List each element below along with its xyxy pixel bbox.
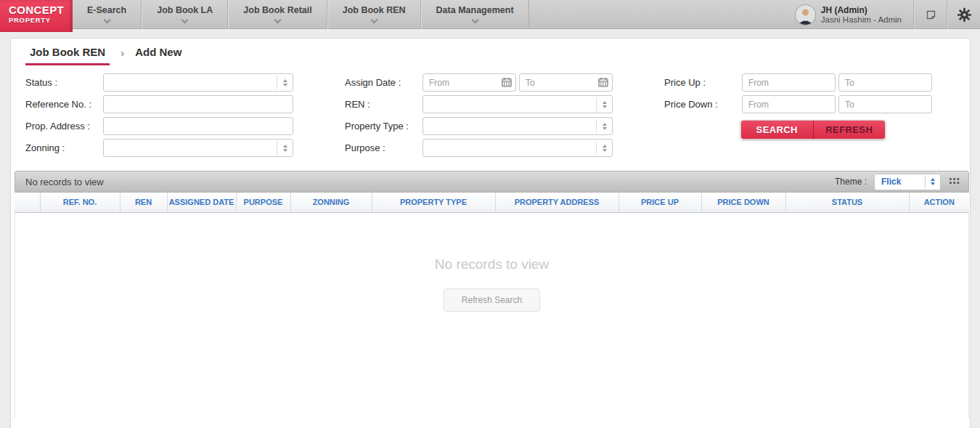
- theme-select[interactable]: Flick: [874, 174, 941, 190]
- refresh-button[interactable]: REFRESH: [814, 121, 886, 139]
- status-select[interactable]: [103, 73, 293, 92]
- settings-button[interactable]: [948, 0, 980, 29]
- page-background: Job Book REN › Add New Status : Referenc…: [0, 29, 980, 428]
- grid-header: REF. NO. REN ASSIGNED DATE PURPOSE ZONNI…: [15, 193, 969, 213]
- notes-button[interactable]: [915, 0, 947, 29]
- grid-caption-text: No records to view: [25, 177, 104, 187]
- search-button[interactable]: SEARCH: [741, 121, 814, 139]
- col-header-row-select: [15, 193, 40, 212]
- empty-state-text: No records to view: [15, 213, 968, 272]
- select-spinner-icon: [596, 119, 612, 133]
- nav-item-label: Job Book LA: [157, 5, 213, 15]
- col-header-zonning[interactable]: ZONNING: [290, 193, 372, 212]
- property-type-select[interactable]: [422, 117, 613, 135]
- brand-logo[interactable]: CONCEPT PROPERTY: [0, 0, 73, 32]
- col-header-action[interactable]: ACTION: [909, 193, 969, 212]
- user-menu[interactable]: JH (Admin) Jasni Hashim - Admin: [784, 0, 913, 29]
- ren-label: REN :: [345, 99, 422, 110]
- nav-item-label: E-Search: [87, 5, 126, 15]
- note-icon: [925, 9, 937, 21]
- price-down-from-input[interactable]: [742, 95, 836, 113]
- price-down-to-input[interactable]: [838, 95, 932, 113]
- zonning-label: Zonning :: [25, 142, 103, 153]
- col-header-price-up[interactable]: PRICE UP: [618, 193, 701, 212]
- nav-item-job-book-la[interactable]: Job Book LA: [142, 0, 228, 29]
- calendar-icon[interactable]: [502, 77, 512, 90]
- form-actions: SEARCH REFRESH: [740, 120, 886, 140]
- main-nav: E-Search Job Book LA Job Book Retail Job…: [73, 0, 529, 29]
- results-grid: No records to view Theme : Flick: [15, 171, 969, 418]
- col-header-status[interactable]: STATUS: [785, 193, 909, 212]
- price-down-label: Price Down :: [664, 99, 742, 110]
- form-column-3: Price Up : Price Down :: [664, 73, 932, 161]
- brand-name: CONCEPT: [9, 4, 67, 16]
- reference-no-input[interactable]: [103, 95, 293, 113]
- col-header-ren[interactable]: REN: [120, 193, 167, 212]
- price-up-label: Price Up :: [664, 77, 742, 88]
- form-column-1: Status : Reference No. : Prop. Address :…: [25, 73, 293, 161]
- prop-address-label: Prop. Address :: [25, 121, 103, 132]
- theme-value: Flick: [881, 177, 901, 187]
- breadcrumb: Job Book REN › Add New: [11, 39, 970, 66]
- breadcrumb-add-new[interactable]: Add New: [135, 46, 181, 58]
- nav-item-label: Job Book Retail: [243, 5, 311, 15]
- grid-caption-bar: No records to view Theme : Flick: [15, 171, 969, 193]
- refresh-search-button[interactable]: Refresh Search: [444, 288, 540, 312]
- topbar-right: JH (Admin) Jasni Hashim - Admin: [784, 0, 980, 29]
- avatar: [796, 5, 815, 25]
- select-spinner-icon: [277, 76, 293, 89]
- col-header-purpose[interactable]: PURPOSE: [236, 193, 290, 212]
- nav-item-data-management[interactable]: Data Management: [421, 0, 529, 29]
- ren-select[interactable]: [422, 95, 613, 113]
- calendar-icon[interactable]: [598, 77, 608, 90]
- breadcrumb-separator-icon: ›: [121, 47, 124, 59]
- nav-item-job-book-ren[interactable]: Job Book REN: [327, 0, 421, 29]
- search-form: Status : Reference No. : Prop. Address :…: [11, 66, 970, 166]
- top-nav-bar: CONCEPT PROPERTY E-Search Job Book LA Jo…: [0, 0, 980, 29]
- user-text: JH (Admin) Jasni Hashim - Admin: [821, 5, 902, 25]
- brand-subname: PROPERTY: [9, 16, 67, 24]
- purpose-select[interactable]: [422, 139, 613, 157]
- reference-no-label: Reference No. :: [25, 99, 103, 110]
- assign-date-from-field: [422, 73, 516, 92]
- assign-date-label: Assign Date :: [345, 77, 422, 88]
- nav-item-e-search[interactable]: E-Search: [73, 0, 142, 29]
- status-label: Status :: [25, 77, 103, 88]
- chevron-down-icon: [471, 17, 478, 24]
- col-header-price-down[interactable]: PRICE DOWN: [701, 193, 785, 212]
- assign-date-to-field: [519, 73, 613, 92]
- content-panel: Job Book REN › Add New Status : Referenc…: [10, 38, 971, 428]
- breadcrumb-current-job-book-ren[interactable]: Job Book REN: [25, 46, 110, 65]
- price-up-from-input[interactable]: [742, 73, 836, 92]
- user-name: JH (Admin): [821, 5, 902, 15]
- chevron-down-icon: [103, 17, 110, 24]
- nav-item-label: Data Management: [436, 5, 514, 15]
- col-header-ref-no[interactable]: REF. NO.: [40, 193, 120, 212]
- column-chooser-button[interactable]: [948, 177, 961, 187]
- column-chooser-icon: [950, 178, 960, 185]
- col-header-property-address[interactable]: PROPERTY ADDRESS: [495, 193, 618, 212]
- grid-body: No records to view Refresh Search: [15, 213, 969, 418]
- chevron-down-icon: [274, 17, 282, 24]
- col-header-assigned-date[interactable]: ASSIGNED DATE: [167, 193, 236, 212]
- form-column-2: Assign Date :: [345, 73, 613, 161]
- nav-item-job-book-retail[interactable]: Job Book Retail: [228, 0, 327, 29]
- col-header-property-type[interactable]: PROPERTY TYPE: [372, 193, 495, 212]
- chevron-down-icon: [181, 17, 189, 24]
- property-type-label: Property Type :: [345, 121, 422, 132]
- gear-icon: [957, 7, 972, 23]
- zonning-select[interactable]: [103, 139, 293, 157]
- select-spinner-icon: [596, 97, 612, 111]
- chevron-down-icon: [370, 17, 377, 24]
- select-spinner-icon: [596, 141, 612, 155]
- purpose-label: Purpose :: [345, 142, 422, 153]
- nav-item-label: Job Book REN: [343, 5, 406, 15]
- select-spinner-icon: [925, 176, 940, 188]
- prop-address-input[interactable]: [103, 117, 293, 135]
- price-up-to-input[interactable]: [838, 73, 932, 92]
- select-spinner-icon: [277, 141, 293, 155]
- user-role: Jasni Hashim - Admin: [821, 15, 902, 25]
- theme-label: Theme :: [835, 177, 867, 187]
